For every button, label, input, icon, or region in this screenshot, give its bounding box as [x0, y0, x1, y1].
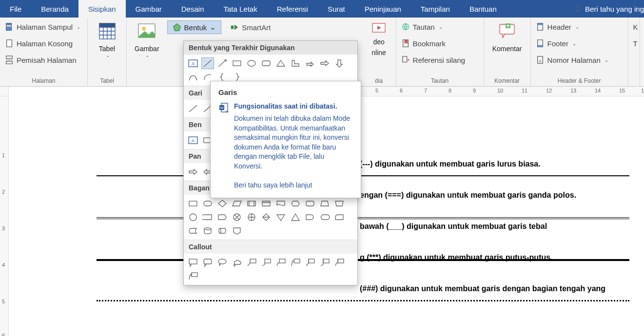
btn-cut-k[interactable]: K	[633, 20, 638, 33]
shape-line2[interactable]	[187, 103, 199, 114]
btn-cut-t[interactable]: T	[633, 37, 638, 50]
co-line1[interactable]	[245, 257, 258, 268]
shape-round-rect[interactable]	[260, 57, 273, 69]
shape-l[interactable]	[289, 57, 302, 69]
svg-rect-27	[233, 61, 241, 66]
btn-komentar[interactable]: Komentar	[489, 20, 525, 53]
tab-peninjauan[interactable]: Peninjauan	[355, 0, 411, 18]
fc-or[interactable]	[245, 211, 258, 223]
fc-rect[interactable]	[187, 198, 199, 209]
btn-bentuk[interactable]: Bentuk⌄	[167, 20, 222, 34]
btn-tautan[interactable]: Tautan⌄	[401, 20, 466, 33]
shape-arrow-down[interactable]	[333, 57, 346, 69]
fc-sum[interactable]	[231, 211, 243, 223]
label: Bentuk	[184, 23, 207, 32]
fc-card[interactable]	[333, 211, 346, 223]
fc-hex[interactable]	[289, 198, 302, 209]
tab-tata-letak[interactable]: Tata Letak	[214, 0, 267, 18]
word-doc-icon: W	[218, 102, 229, 189]
fc-document[interactable]	[274, 198, 287, 209]
group-label-komentar: Komentar	[489, 75, 526, 85]
fc-trap2[interactable]	[333, 198, 346, 209]
svg-rect-29	[262, 61, 270, 66]
co-line3[interactable]	[274, 257, 287, 268]
fc-extract[interactable]	[289, 211, 302, 223]
co-rect[interactable]	[187, 257, 199, 268]
fc-stored[interactable]	[187, 225, 199, 237]
co-line4[interactable]	[289, 257, 302, 268]
fc-disk[interactable]	[201, 225, 214, 237]
btn-referensi-silang[interactable]: Referensi silang	[401, 54, 466, 66]
tab-referensi[interactable]: Referensi	[267, 0, 318, 18]
co-bar4[interactable]	[187, 270, 199, 282]
horizontal-ruler[interactable]: 5 6 7 8 9 10 11 12 13 14 15 16	[361, 87, 644, 96]
co-cloud[interactable]	[231, 257, 243, 268]
btn-nomor-halaman[interactable]: # Nomor Halaman⌄	[536, 54, 608, 66]
shape-bent-arrow[interactable]	[304, 57, 316, 69]
btn-halaman-kosong[interactable]: Halaman Kosong	[5, 37, 80, 50]
label: Halaman Kosong	[17, 39, 73, 48]
shape-textbox2[interactable]: A	[187, 134, 199, 146]
co-round[interactable]	[201, 257, 214, 268]
shape-freeform[interactable]	[187, 71, 199, 83]
svg-rect-3	[7, 40, 12, 47]
svg-rect-4	[6, 56, 13, 58]
fc-cylrect[interactable]	[260, 198, 273, 209]
shape-arrow-r2[interactable]	[187, 166, 199, 178]
shapes-icon	[173, 23, 181, 32]
fc-curverect[interactable]	[201, 211, 214, 223]
tab-sisipkan[interactable]: Sisipkan	[78, 0, 126, 18]
shape-triangle[interactable]	[274, 57, 287, 69]
shape-oval[interactable]	[245, 57, 258, 69]
shape-line[interactable]	[201, 57, 214, 69]
fc-sort[interactable]	[260, 211, 273, 223]
fc-trap[interactable]	[318, 198, 331, 209]
fc-doublerect[interactable]	[245, 198, 258, 209]
btn-gambar[interactable]: Gambar ⌄	[132, 20, 162, 58]
fc-delay[interactable]	[304, 211, 316, 223]
co-line2[interactable]	[260, 257, 273, 268]
shape-textbox[interactable]: A	[187, 57, 199, 69]
btn-tabel[interactable]: Tabel ⌄	[94, 20, 121, 58]
btn-smartart[interactable]: SmartArt	[230, 21, 271, 34]
fc-display[interactable]	[318, 211, 331, 223]
co-oval[interactable]	[216, 257, 229, 268]
fc-pent[interactable]	[216, 211, 229, 223]
label: Tabel	[99, 45, 115, 53]
shape-rect[interactable]	[231, 57, 243, 69]
btn-header[interactable]: Header⌄	[536, 20, 608, 33]
btn-pemisah-halaman[interactable]: Pemisah Halaman	[5, 54, 80, 66]
label: Gambar	[135, 45, 159, 53]
svg-rect-49	[279, 259, 285, 263]
tab-bantuan[interactable]: Bantuan	[460, 0, 507, 18]
tab-gambar[interactable]: Gambar	[126, 0, 172, 18]
fc-round2[interactable]	[304, 198, 316, 209]
fc-merge[interactable]	[274, 211, 287, 223]
svg-marker-11	[234, 25, 238, 30]
shape-tooltip: Garis W Fungsionalitas saat ini dibatasi…	[210, 81, 361, 198]
btn-bookmark[interactable]: Bookmark	[401, 37, 466, 50]
svg-rect-10	[231, 25, 234, 29]
btn-video-partial[interactable]: deo nline	[369, 20, 389, 56]
tab-surat[interactable]: Surat	[318, 0, 355, 18]
tab-beranda[interactable]: Beranda	[31, 0, 78, 18]
btn-footer[interactable]: Footer⌄	[536, 37, 608, 50]
co-bar2[interactable]	[318, 257, 331, 268]
fc-diamond[interactable]	[216, 198, 229, 209]
tab-file[interactable]: File	[0, 0, 31, 18]
fc-round[interactable]	[201, 198, 214, 209]
shape-line-arrow[interactable]	[216, 57, 229, 69]
fc-offpage[interactable]	[231, 225, 243, 237]
tab-desain[interactable]: Desain	[172, 0, 214, 18]
vertical-ruler[interactable]: 1 2 3 4 5 6	[0, 96, 9, 336]
btn-halaman-sampul[interactable]: Halaman Sampul⌄	[5, 20, 80, 33]
co-bar1[interactable]	[304, 257, 316, 268]
fc-direct[interactable]	[216, 225, 229, 237]
fc-parallel[interactable]	[231, 198, 243, 209]
co-bar3[interactable]	[333, 257, 346, 268]
fc-circle[interactable]	[187, 211, 199, 223]
tab-tampilan[interactable]: Tampilan	[411, 0, 460, 18]
shape-arrow-right[interactable]	[318, 57, 331, 69]
tooltip-link[interactable]: Beri tahu saya lebih lanjut	[234, 181, 353, 189]
tell-me[interactable]: Beri tahu yang ing	[564, 0, 644, 18]
